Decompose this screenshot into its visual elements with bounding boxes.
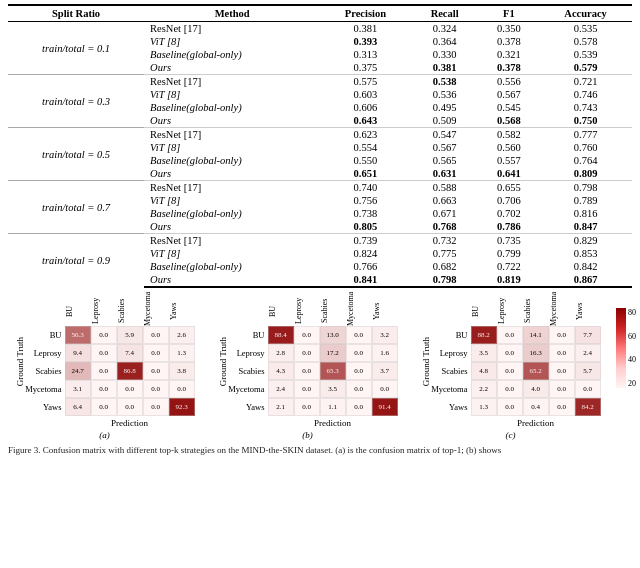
f1-cell: 0.350: [479, 22, 540, 36]
f1-cell: 0.641: [479, 167, 540, 181]
recall-cell: 0.381: [411, 61, 479, 75]
cm-wrap-3: Ground TruthBULeprosyScabiesMycetomaYaws…: [421, 296, 601, 428]
recall-cell: 0.547: [411, 128, 479, 142]
recall-cell: 0.732: [411, 234, 479, 248]
cm-cell: 65.2: [523, 362, 549, 380]
precision-cell: 0.738: [320, 207, 410, 220]
cm-col-label: Mycetoma: [346, 296, 372, 326]
cm-cell: 0.0: [549, 362, 575, 380]
method-cell: ResNet [17]: [144, 128, 320, 142]
col-accuracy: Accuracy: [539, 5, 632, 22]
cm-cell: 56.3: [65, 326, 91, 344]
precision-cell: 0.643: [320, 114, 410, 128]
accuracy-cell: 0.867: [539, 273, 632, 287]
col-f1: F1: [479, 5, 540, 22]
accuracy-cell: 0.743: [539, 101, 632, 114]
cm-cell: 0.0: [143, 326, 169, 344]
accuracy-cell: 0.789: [539, 194, 632, 207]
cm-cell: 6.4: [65, 398, 91, 416]
cm-sub-label-3: (c): [506, 430, 516, 440]
f1-cell: 0.557: [479, 154, 540, 167]
cm-cell: 0.0: [143, 344, 169, 362]
cm-col-label: Leprosy: [294, 296, 320, 326]
recall-cell: 0.538: [411, 75, 479, 89]
accuracy-cell: 0.760: [539, 141, 632, 154]
cm-xlabel: Prediction: [268, 418, 398, 428]
recall-cell: 0.631: [411, 167, 479, 181]
recall-cell: 0.567: [411, 141, 479, 154]
split-ratio-label: train/total = 0.7: [8, 181, 144, 234]
cm-cell: 0.0: [294, 398, 320, 416]
f1-cell: 0.556: [479, 75, 540, 89]
method-cell: Ours: [144, 114, 320, 128]
cm-cell: 7.7: [575, 326, 601, 344]
cm-cell: 0.4: [523, 398, 549, 416]
cm-cell: 0.0: [497, 326, 523, 344]
cm-cell: 0.0: [346, 398, 372, 416]
cm-cell: 5.7: [575, 362, 601, 380]
method-cell: ResNet [17]: [144, 22, 320, 36]
f1-cell: 0.378: [479, 61, 540, 75]
cm-cell: 5.9: [117, 326, 143, 344]
cm-inner-2: BULeprosyScabiesMycetomaYawsBU88.40.013.…: [230, 296, 398, 428]
cm-cell: 2.6: [169, 326, 195, 344]
cm-cell: 16.3: [523, 344, 549, 362]
f1-cell: 0.567: [479, 88, 540, 101]
cm-cell: 4.3: [268, 362, 294, 380]
cm-cell: 4.0: [523, 380, 549, 398]
method-cell: Ours: [144, 273, 320, 287]
cm-row-label: BU: [230, 326, 268, 344]
cm-row-label: BU: [27, 326, 65, 344]
cm-cell: 0.0: [549, 380, 575, 398]
recall-cell: 0.324: [411, 22, 479, 36]
precision-cell: 0.623: [320, 128, 410, 142]
cm-cell: 24.7: [65, 362, 91, 380]
cm-wrap-2: Ground TruthBULeprosyScabiesMycetomaYaws…: [218, 296, 398, 428]
cm-row-label: Scabies: [27, 362, 65, 380]
f1-cell: 0.378: [479, 35, 540, 48]
cm-cell: 65.3: [320, 362, 346, 380]
col-method: Method: [144, 5, 320, 22]
cm-cell: 0.0: [91, 398, 117, 416]
cm-cell: 0.0: [294, 380, 320, 398]
accuracy-cell: 0.539: [539, 48, 632, 61]
cm-cell: 0.0: [294, 326, 320, 344]
cm-cell: 88.4: [268, 326, 294, 344]
precision-cell: 0.756: [320, 194, 410, 207]
f1-cell: 0.545: [479, 101, 540, 114]
method-cell: Baseline(global-only): [144, 101, 320, 114]
method-cell: Ours: [144, 220, 320, 234]
accuracy-cell: 0.578: [539, 35, 632, 48]
accuracy-cell: 0.798: [539, 181, 632, 195]
col-recall: Recall: [411, 5, 479, 22]
confusion-matrix-2: Ground TruthBULeprosyScabiesMycetomaYaws…: [207, 296, 408, 442]
cm-cell: 2.1: [268, 398, 294, 416]
cm-row-label: Mycetoma: [230, 380, 268, 398]
accuracy-cell: 0.816: [539, 207, 632, 220]
cm-cell: 1.3: [471, 398, 497, 416]
cm-cell: 0.0: [346, 380, 372, 398]
precision-cell: 0.841: [320, 273, 410, 287]
precision-cell: 0.766: [320, 260, 410, 273]
accuracy-cell: 0.535: [539, 22, 632, 36]
accuracy-cell: 0.750: [539, 114, 632, 128]
cm-xlabel: Prediction: [65, 418, 195, 428]
cm-row-label: BU: [433, 326, 471, 344]
f1-cell: 0.568: [479, 114, 540, 128]
precision-cell: 0.381: [320, 22, 410, 36]
cm-cell: 0.0: [294, 362, 320, 380]
colorbar-label: 80: [628, 308, 636, 317]
col-split-ratio: Split Ratio: [8, 5, 144, 22]
cm-ylabel: Ground Truth: [15, 337, 25, 386]
cm-cell: 0.0: [497, 362, 523, 380]
split-ratio-label: train/total = 0.3: [8, 75, 144, 128]
cm-cell: 3.5: [471, 344, 497, 362]
recall-cell: 0.775: [411, 247, 479, 260]
recall-cell: 0.798: [411, 273, 479, 287]
cm-cell: 1.6: [372, 344, 398, 362]
recall-cell: 0.364: [411, 35, 479, 48]
cm-cell: 3.2: [372, 326, 398, 344]
method-cell: ViT [8]: [144, 88, 320, 101]
f1-cell: 0.655: [479, 181, 540, 195]
cm-cell: 86.8: [117, 362, 143, 380]
